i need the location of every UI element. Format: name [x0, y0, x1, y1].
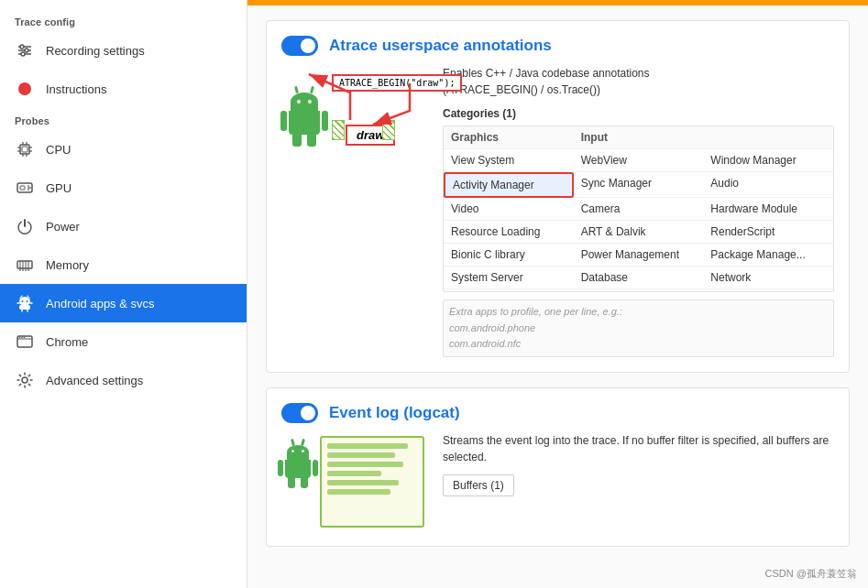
event-log-illustration: [281, 432, 428, 531]
cat-hardware-module[interactable]: Hardware Module: [703, 198, 833, 221]
sidebar-item-android-apps[interactable]: Android apps & svcs: [0, 284, 247, 322]
atrace-desc-text: Enables C++ / Java codebase annotations(…: [443, 67, 650, 96]
watermark: CSDN @孤舟蓑笠翁: [765, 567, 857, 581]
svg-point-5: [21, 52, 25, 56]
cat-adb[interactable]: ADB: [444, 289, 574, 291]
svg-rect-7: [22, 147, 27, 152]
cpu-icon: [15, 139, 35, 159]
recording-settings-label: Recording settings: [46, 44, 145, 58]
event-log-inner: Streams the event log into the trace. If…: [281, 432, 834, 531]
event-android-body: [285, 460, 311, 478]
cat-activity-manager[interactable]: Activity Manager: [444, 172, 574, 198]
sidebar-item-chrome[interactable]: Chrome: [0, 322, 247, 361]
event-desc-text: Streams the event log into the trace. If…: [443, 434, 829, 463]
atrace-section: Atrace userspace annotations: [266, 20, 850, 373]
sidebar-item-recording-settings[interactable]: Recording settings: [0, 31, 247, 70]
memory-icon: [15, 255, 35, 275]
android-head: [291, 93, 318, 111]
logcat-line-1: [327, 443, 408, 449]
buffers-button[interactable]: Buffers (1): [443, 474, 514, 496]
atrace-header: Atrace userspace annotations: [281, 36, 834, 56]
cat-network[interactable]: Network: [703, 267, 833, 289]
power-icon: [15, 216, 35, 236]
sidebar-item-power[interactable]: Power: [0, 207, 247, 245]
logcat-box: [320, 436, 424, 528]
cat-audio[interactable]: Audio: [703, 172, 833, 198]
event-android-head: [287, 445, 309, 460]
cat-aidl[interactable]: AIDL calls: [703, 289, 833, 291]
cpu-label: CPU: [46, 143, 71, 157]
sidebar-item-instructions[interactable]: Instructions: [0, 70, 247, 108]
svg-point-3: [20, 45, 24, 49]
categories-label: Categories (1): [443, 107, 834, 120]
event-log-toggle[interactable]: [281, 403, 318, 423]
event-log-right: Streams the event log into the trace. If…: [443, 432, 834, 531]
android-apps-label: Android apps & svcs: [46, 297, 155, 310]
svg-rect-20: [17, 261, 32, 268]
cat-renderscript[interactable]: RenderScript: [703, 221, 833, 244]
svg-point-4: [25, 49, 28, 52]
code-label: ATRACE_BEGIN("draw");: [339, 78, 455, 88]
advanced-settings-label: Advanced settings: [46, 374, 143, 387]
logcat-line-3: [327, 462, 403, 467]
android-leg-right: [307, 134, 316, 147]
categories-list: Graphics Input View System WebView Windo…: [444, 126, 833, 291]
svg-point-44: [22, 377, 27, 383]
cat-camera[interactable]: Camera: [574, 198, 704, 221]
cat-header-graphics: Graphics: [444, 126, 574, 149]
chrome-label: Chrome: [46, 335, 88, 349]
svg-point-30: [22, 300, 24, 302]
sidebar-item-advanced-settings[interactable]: Advanced settings: [0, 361, 247, 399]
draw-label: draw: [357, 128, 384, 142]
hatch-deco-2: [382, 120, 395, 140]
android-icon: [15, 293, 35, 313]
code-annotation: ATRACE_BEGIN("draw");: [332, 74, 462, 92]
svg-point-43: [24, 337, 26, 339]
cat-header-empty: [703, 126, 833, 149]
sidebar-item-cpu[interactable]: CPU: [0, 130, 247, 169]
atrace-right: Enables C++ / Java codebase annotations(…: [443, 65, 834, 357]
sidebar-item-gpu[interactable]: GPU: [0, 169, 247, 207]
cat-vibrator[interactable]: Vibrator: [574, 289, 704, 291]
hatch-deco-1: [332, 120, 345, 140]
svg-point-31: [27, 300, 28, 302]
circle-red-icon: [15, 79, 35, 99]
svg-rect-32: [19, 305, 30, 310]
gpu-icon: [15, 178, 35, 198]
atrace-description: Enables C++ / Java codebase annotations(…: [443, 65, 834, 98]
android-eye-right: [308, 100, 312, 103]
cat-window-manager[interactable]: Window Manager: [703, 149, 833, 172]
sidebar: Trace config Recording settings Instruct…: [0, 0, 247, 588]
cat-view-system[interactable]: View System: [444, 149, 574, 172]
sidebar-item-memory[interactable]: Memory: [0, 245, 247, 284]
svg-rect-17: [20, 186, 25, 190]
cat-bionic[interactable]: Bionic C library: [444, 244, 574, 267]
android-body: [289, 111, 320, 135]
event-log-header: Event log (logcat): [281, 403, 834, 423]
extra-apps-hint: Extra apps to profile, one per line, e.g…: [443, 299, 834, 357]
probes-label: Probes: [0, 108, 247, 130]
atrace-inner: ATRACE_BEGIN("draw"); draw: [281, 65, 834, 357]
cat-video[interactable]: Video: [444, 198, 574, 221]
svg-point-42: [21, 337, 23, 339]
atrace-title: Atrace userspace annotations: [329, 37, 552, 55]
atrace-toggle[interactable]: [281, 36, 318, 56]
cat-resource-loading[interactable]: Resource Loading: [444, 221, 574, 244]
cat-header-input: Input: [574, 126, 704, 149]
event-android-figure: [285, 445, 311, 478]
android-leg-left: [292, 134, 302, 147]
cat-package-manager[interactable]: Package Manage...: [703, 244, 833, 267]
atrace-illustration: ATRACE_BEGIN("draw"); draw: [281, 65, 428, 357]
android-arm-right: [322, 111, 328, 131]
cat-system-server[interactable]: System Server: [444, 267, 574, 289]
cat-database[interactable]: Database: [574, 267, 704, 289]
cat-sync-manager[interactable]: Sync Manager: [574, 172, 704, 198]
svg-point-29: [19, 297, 30, 306]
cat-art-dalvik[interactable]: ART & Dalvik: [574, 221, 704, 244]
gear-icon: [15, 370, 35, 390]
memory-label: Memory: [46, 258, 89, 272]
cat-webview[interactable]: WebView: [574, 149, 704, 172]
cat-power-mgmt[interactable]: Power Management: [574, 244, 704, 267]
logcat-line-5: [327, 480, 399, 485]
event-log-title: Event log (logcat): [329, 404, 460, 422]
